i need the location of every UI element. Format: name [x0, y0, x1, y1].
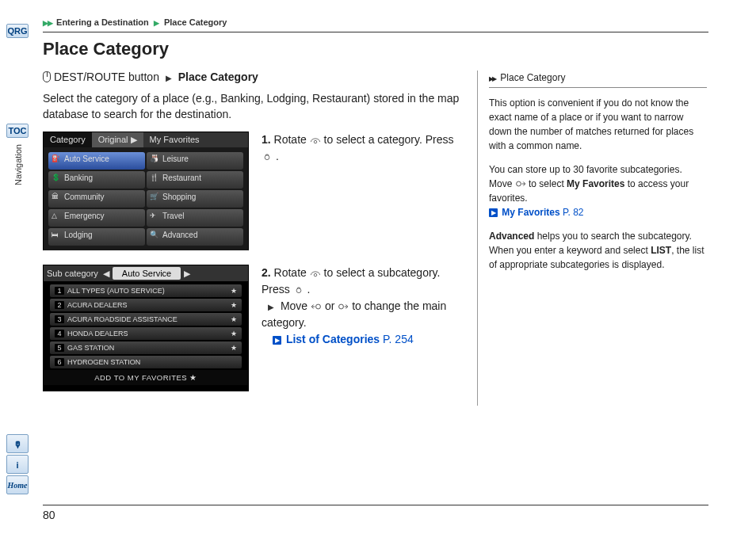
toc-button[interactable]: TOC: [6, 124, 29, 138]
triangle-icon: ▶: [268, 303, 274, 311]
link-my-favorites[interactable]: My Favorites: [502, 207, 559, 218]
rotate-dial-icon: [310, 136, 321, 144]
link-list-categories[interactable]: List of Categories: [286, 333, 380, 345]
tab-favorites: My Favorites: [143, 132, 206, 147]
tab-original: Original ▶: [92, 132, 143, 147]
rotate-dial-icon: [310, 269, 321, 277]
breadcrumb-a[interactable]: Entering a Destination: [56, 17, 149, 27]
triangle-icon: ▶: [166, 74, 172, 82]
cat-banking: 💲Banking: [48, 171, 145, 189]
cat-leisure: 🎳Leisure: [147, 152, 243, 170]
triangle-icon: ▶▶: [43, 19, 52, 27]
list-item: 2ACURA DEALERS★: [50, 299, 242, 311]
cat-auto-service: ⛽Auto Service: [48, 152, 145, 170]
step1-text: 1. Rotate to select a category. Press .: [262, 132, 463, 250]
press-dial-icon: [293, 286, 304, 294]
svg-point-3: [296, 288, 301, 293]
left-arrow-icon: ◀: [103, 269, 109, 279]
triangle-icon: ▶: [154, 19, 159, 27]
section-label: Navigation: [13, 144, 23, 185]
qrg-button[interactable]: QRG: [6, 24, 29, 38]
svg-point-1: [265, 155, 269, 160]
list-item: 6HYDROGEN STATION: [50, 356, 242, 368]
page-title: Place Category: [43, 39, 732, 59]
svg-point-4: [316, 304, 321, 309]
list-item: 3ACURA ROADSIDE ASSISTANCE★: [50, 313, 242, 326]
category-grid: ⛽Auto Service 🎳Leisure 💲Banking 🍴Restaur…: [44, 147, 248, 250]
dest-route-line: DEST/ROUTE button ▶ Place Category: [43, 71, 463, 83]
side-p1: This option is convenient if you do not …: [489, 96, 707, 153]
link-icon: ▶: [273, 336, 281, 345]
sidebar-heading: ▶▶ Place Category: [489, 71, 707, 88]
cat-shopping: 🛒Shopping: [147, 190, 243, 208]
step2-text: 2. Rotate to select a subcategory. Press…: [262, 265, 463, 391]
dest-target: Place Category: [178, 71, 258, 83]
side-p2: You can store up to 30 favorite subcateg…: [489, 162, 707, 219]
cat-lodging: 🛏Lodging: [48, 228, 145, 246]
list-item: 5GAS STATION★: [50, 341, 242, 354]
press-dial-icon: [262, 153, 273, 161]
screenshot-category: Category Original ▶ My Favorites ⛽Auto S…: [43, 132, 249, 250]
side-p3: Advanced helps you to search the subcate…: [489, 229, 707, 272]
breadcrumb-b[interactable]: Place Category: [164, 17, 227, 27]
svg-point-0: [314, 141, 317, 144]
cat-advanced: 🔍Advanced: [147, 228, 243, 246]
dest-label: DEST/ROUTE button: [54, 71, 159, 83]
breadcrumb: ▶▶ Entering a Destination ▶ Place Catego…: [43, 17, 732, 27]
screenshot-subcategory: Sub category ◀ Auto Service ▶ 1ALL TYPES…: [43, 265, 249, 391]
link-page: P. 82: [563, 207, 583, 218]
page-number: 80: [43, 507, 55, 521]
cat-travel: ✈Travel: [147, 209, 243, 227]
intro-text: Select the category of a place (e.g., Ba…: [43, 91, 463, 122]
cat-restaurant: 🍴Restaurant: [147, 171, 243, 189]
home-button[interactable]: Home: [6, 475, 29, 494]
info-button[interactable]: i: [6, 455, 29, 474]
mouse-icon: [43, 71, 51, 82]
move-right-icon: [338, 303, 349, 311]
footer-rule: [43, 505, 708, 505]
add-favorites-bar: ADD TO MY FAVORITES ★: [44, 370, 248, 385]
triangle-icon: ▶▶: [489, 75, 495, 82]
subcat-selected: Auto Service: [113, 267, 181, 280]
subcat-list: 1ALL TYPES (AUTO SERVICE)★2ACURA DEALERS…: [44, 281, 248, 368]
list-item: 1ALL TYPES (AUTO SERVICE)★: [50, 284, 242, 297]
voice-button[interactable]: 🎙: [6, 434, 29, 453]
right-arrow-icon: ▶: [184, 269, 190, 279]
move-right-icon: [515, 180, 526, 188]
svg-point-6: [516, 181, 521, 186]
cat-community: 🏛Community: [48, 190, 145, 208]
move-left-icon: [311, 303, 322, 311]
link-icon: ▶: [489, 208, 498, 217]
list-item: 4HONDA DEALERS★: [50, 327, 242, 340]
svg-point-2: [314, 274, 317, 277]
tab-category: Category: [44, 132, 92, 147]
svg-point-5: [339, 304, 344, 309]
rule: [43, 32, 708, 32]
subcat-label: Sub category: [47, 269, 98, 278]
cat-emergency: △Emergency: [48, 209, 145, 227]
link-page: P. 254: [383, 333, 414, 345]
